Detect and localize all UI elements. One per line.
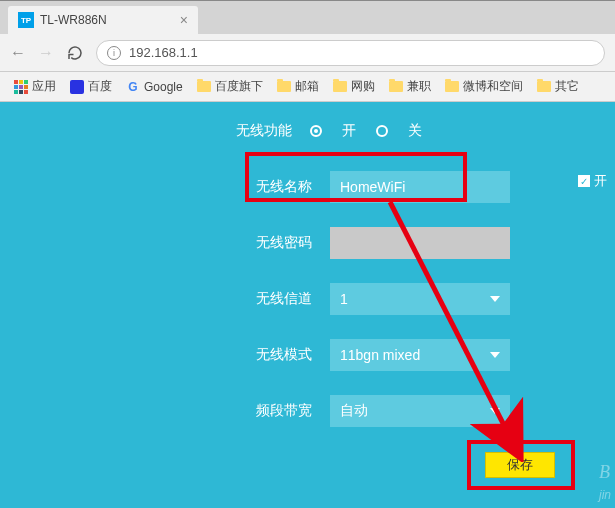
- checkbox-icon: ✓: [578, 175, 590, 187]
- row-password: 无线密码: [0, 224, 615, 262]
- label-bandwidth: 频段带宽: [0, 402, 330, 420]
- tab-favicon: TP: [18, 12, 34, 28]
- router-page: 无线功能 开 关 无线名称 无线密码 无线信道 1 无线模式: [0, 102, 615, 508]
- bookmark-folder[interactable]: 兼职: [383, 75, 437, 98]
- chevron-down-icon: [490, 408, 500, 414]
- apps-icon: [14, 80, 28, 94]
- folder-icon: [537, 81, 551, 92]
- watermark: Bjin: [599, 462, 611, 504]
- ssid-broadcast-checkbox[interactable]: ✓ 开: [578, 172, 607, 190]
- radio-on-label: 开: [342, 122, 356, 140]
- forward-icon: →: [38, 44, 54, 62]
- url-input[interactable]: i 192.168.1.1: [96, 40, 605, 66]
- url-text: 192.168.1.1: [129, 45, 198, 60]
- mode-value: 11bgn mixed: [340, 347, 420, 363]
- close-icon[interactable]: ×: [180, 12, 188, 28]
- channel-value: 1: [340, 291, 348, 307]
- label-ssid: 无线名称: [0, 178, 330, 196]
- row-mode: 无线模式 11bgn mixed: [0, 336, 615, 374]
- folder-icon: [389, 81, 403, 92]
- bookmark-folder[interactable]: 网购: [327, 75, 381, 98]
- bookmarks-bar: 应用 百度 G Google 百度旗下 邮箱 网购 兼职 微博和空间 其它: [0, 72, 615, 102]
- radio-off-label: 关: [408, 122, 422, 140]
- row-wireless-func: 无线功能 开 关: [0, 112, 615, 150]
- apps-shortcut[interactable]: 应用: [8, 75, 62, 98]
- radio-group-wireless: 开 关: [310, 122, 422, 140]
- bandwidth-value: 自动: [340, 402, 368, 420]
- back-icon[interactable]: ←: [10, 44, 26, 62]
- radio-off[interactable]: [376, 125, 388, 137]
- bookmark-folder[interactable]: 其它: [531, 75, 585, 98]
- folder-icon: [277, 81, 291, 92]
- checkbox-label: 开: [594, 172, 607, 190]
- row-bandwidth: 频段带宽 自动: [0, 392, 615, 430]
- folder-icon: [197, 81, 211, 92]
- tab-title: TL-WR886N: [40, 13, 174, 27]
- row-ssid: 无线名称: [0, 168, 615, 206]
- label-password: 无线密码: [0, 234, 330, 252]
- channel-select[interactable]: 1: [330, 283, 510, 315]
- baidu-icon: [70, 80, 84, 94]
- mode-select[interactable]: 11bgn mixed: [330, 339, 510, 371]
- bookmark-google[interactable]: G Google: [120, 77, 189, 97]
- browser-tab-bar: TP TL-WR886N ×: [0, 0, 615, 34]
- ssid-input[interactable]: [330, 171, 510, 203]
- save-button[interactable]: 保存: [485, 452, 555, 478]
- folder-icon: [445, 81, 459, 92]
- folder-icon: [333, 81, 347, 92]
- bookmark-folder[interactable]: 微博和空间: [439, 75, 529, 98]
- label-channel: 无线信道: [0, 290, 330, 308]
- info-icon[interactable]: i: [107, 46, 121, 60]
- password-input[interactable]: [330, 227, 510, 259]
- bookmark-baidu[interactable]: 百度: [64, 75, 118, 98]
- bandwidth-select[interactable]: 自动: [330, 395, 510, 427]
- chevron-down-icon: [490, 352, 500, 358]
- label-wireless-func: 无线功能: [0, 122, 310, 140]
- wireless-form: 无线功能 开 关 无线名称 无线密码 无线信道 1 无线模式: [0, 102, 615, 430]
- bookmark-folder[interactable]: 邮箱: [271, 75, 325, 98]
- chevron-down-icon: [490, 296, 500, 302]
- browser-tab[interactable]: TP TL-WR886N ×: [8, 6, 198, 34]
- google-icon: G: [126, 80, 140, 94]
- row-channel: 无线信道 1: [0, 280, 615, 318]
- address-bar: ← → i 192.168.1.1: [0, 34, 615, 72]
- label-mode: 无线模式: [0, 346, 330, 364]
- reload-icon[interactable]: [66, 44, 84, 62]
- radio-on[interactable]: [310, 125, 322, 137]
- bookmark-folder[interactable]: 百度旗下: [191, 75, 269, 98]
